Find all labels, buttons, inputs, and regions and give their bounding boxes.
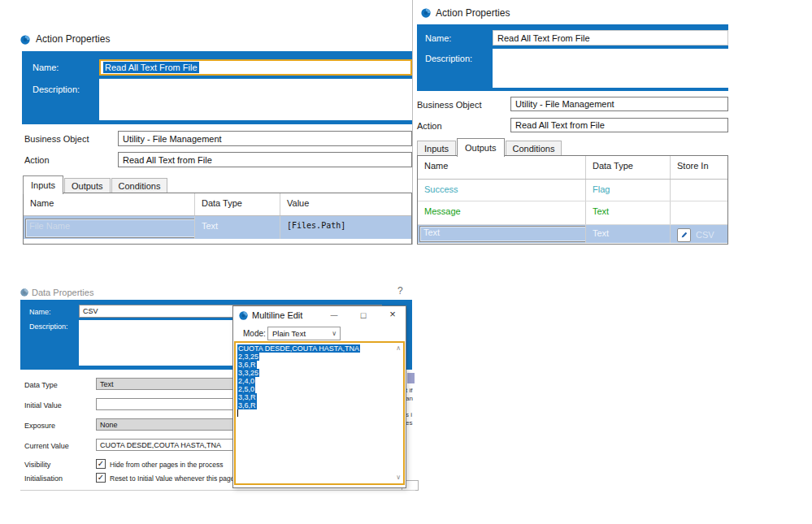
action-value: Read All Text from File xyxy=(123,155,212,165)
scroll-up-icon[interactable]: ∧ xyxy=(396,345,401,352)
dialog-title: Action Properties xyxy=(436,7,510,19)
name-label: Name: xyxy=(33,63,59,72)
output-name-cell[interactable]: Text xyxy=(419,226,585,242)
action-properties-left-dialog: Action Properties Name: Read All Text Fr… xyxy=(0,0,412,245)
table-header: Name Data Type Value xyxy=(24,193,411,216)
tab-strip: Inputs Outputs Conditions xyxy=(23,175,168,193)
column-name: Name xyxy=(24,193,194,215)
initialisation-text: Reset to Initial Value whenever this pag… xyxy=(110,474,242,483)
data-type-value: Text xyxy=(100,380,114,388)
visibility-label: Visibility xyxy=(24,461,50,469)
minimize-button[interactable]: — xyxy=(324,309,344,322)
help-button[interactable]: ? xyxy=(397,285,403,297)
selected-text: Read All Text From File xyxy=(103,62,199,73)
multiline-edit-window: Multiline Edit — □ × Mode: Plain Text ∨ … xyxy=(232,305,406,488)
current-value-text: CUOTA DESDE,COUTA HASTA,TNA xyxy=(100,441,221,449)
blueprism-icon xyxy=(239,311,248,320)
description-input[interactable] xyxy=(493,49,728,88)
input-name-cell[interactable]: File Name xyxy=(25,219,194,238)
close-button[interactable]: × xyxy=(383,308,402,321)
column-store-in: Store In xyxy=(670,156,727,179)
exposure-value: None xyxy=(100,421,118,429)
name-value: Read All Text From File xyxy=(497,33,590,43)
column-data-type: Data Type xyxy=(194,193,280,215)
text-line: 2,3,25 xyxy=(237,353,259,361)
output-storein-cell[interactable]: CSV xyxy=(670,225,727,243)
description-label: Description: xyxy=(33,84,80,94)
table-row[interactable]: File Name Text [Files.Path] xyxy=(24,216,411,239)
tab-inputs[interactable]: Inputs xyxy=(23,175,63,194)
visibility-text: Hide from other pages in the process xyxy=(110,461,223,469)
description-input[interactable] xyxy=(99,79,412,120)
output-datatype-cell: Text xyxy=(585,201,670,224)
tab-conditions[interactable]: Conditions xyxy=(506,141,562,156)
column-value: Value xyxy=(280,193,411,215)
tab-inputs[interactable]: Inputs xyxy=(417,141,456,156)
name-input[interactable]: Read All Text From File xyxy=(99,59,412,76)
output-storein-cell[interactable] xyxy=(670,201,727,224)
mode-label: Mode: xyxy=(243,329,266,338)
text-cursor xyxy=(237,409,238,417)
mode-value: Plain Text xyxy=(272,329,306,338)
tab-conditions[interactable]: Conditions xyxy=(111,178,168,193)
dialog-title: Action Properties xyxy=(36,33,110,45)
column-data-type: Data Type xyxy=(585,156,670,179)
name-label: Name: xyxy=(29,308,51,316)
dialog-title: Data Properties xyxy=(32,288,93,297)
description-label: Description: xyxy=(29,323,68,331)
business-object-field[interactable]: Utility - File Management xyxy=(510,97,728,111)
scroll-down-icon[interactable]: ∨ xyxy=(396,474,401,481)
output-storein-cell[interactable] xyxy=(670,180,727,201)
table-row-selected[interactable]: Text Text CSV xyxy=(418,225,727,243)
maximize-button[interactable]: □ xyxy=(354,309,373,322)
multiline-textarea[interactable]: CUOTA DESDE,COUTA HASTA,TNA 2,3,25 3,6,R… xyxy=(234,341,405,485)
data-item-pen-icon xyxy=(677,228,691,242)
store-in-value: CSV xyxy=(696,230,714,240)
exposure-label: Exposure xyxy=(24,422,55,430)
initialisation-checkbox[interactable]: ✓ xyxy=(96,473,106,483)
screen: Action Properties Name: Read All Text Fr… xyxy=(0,0,812,524)
input-value-cell[interactable]: [Files.Path] xyxy=(280,216,411,239)
visibility-checkbox[interactable]: ✓ xyxy=(96,459,106,469)
window-title: Multiline Edit xyxy=(252,310,302,320)
input-datatype-cell: Text xyxy=(194,216,280,239)
data-type-label: Data Type xyxy=(24,381,58,389)
text-line: CUOTA DESDE,COUTA HASTA,TNA xyxy=(237,344,360,353)
table-header: Name Data Type Store In xyxy=(418,156,727,180)
tab-outputs[interactable]: Outputs xyxy=(64,178,111,193)
description-label: Description: xyxy=(425,54,472,63)
blueprism-icon xyxy=(20,288,28,297)
outputs-table: Name Data Type Store In Success Flag Mes… xyxy=(417,155,728,245)
action-field[interactable]: Read All Text from File xyxy=(118,152,412,167)
initialisation-label: Initialisation xyxy=(24,474,63,483)
hint-text-fragment: s i xyxy=(406,411,412,418)
text-line: 2,5,0 xyxy=(237,385,255,393)
blueprism-icon xyxy=(20,35,30,45)
name-input[interactable]: Read All Text From File xyxy=(493,30,728,45)
text-line: 2,4,0 xyxy=(237,377,255,385)
action-value: Read All Text from File xyxy=(515,120,605,130)
hidden-panel-fragment xyxy=(407,373,415,383)
business-object-value: Utility - File Management xyxy=(123,134,222,144)
hint-text-fragment: an xyxy=(406,395,413,402)
hint-text-fragment: t if xyxy=(406,387,412,394)
action-field[interactable]: Read All Text from File xyxy=(510,118,728,132)
business-object-field[interactable]: Utility - File Management xyxy=(118,131,412,146)
hint-text-fragment: es xyxy=(406,419,412,427)
table-row[interactable]: Success Flag xyxy=(418,180,727,201)
blueprism-icon xyxy=(421,8,431,18)
table-row[interactable]: Message Text xyxy=(418,201,727,225)
mode-dropdown[interactable]: Plain Text ∨ xyxy=(267,327,341,340)
text-line: 3,6,R xyxy=(237,401,257,409)
business-object-value: Utility - File Management xyxy=(515,99,614,109)
chevron-down-icon: ∨ xyxy=(332,331,337,337)
text-line: 3,3,25 xyxy=(237,369,259,377)
inputs-table: Name Data Type Value File Name Text [Fil… xyxy=(23,193,412,245)
current-value-label: Current Value xyxy=(24,442,69,450)
tab-outputs[interactable]: Outputs xyxy=(457,138,505,157)
action-properties-right-dialog: Action Properties Name: Read All Text Fr… xyxy=(412,0,730,245)
column-name: Name xyxy=(418,156,585,179)
initial-value-label: Initial Value xyxy=(24,401,62,409)
name-label: Name: xyxy=(425,33,451,43)
dialog-bottom-edge xyxy=(20,490,415,491)
